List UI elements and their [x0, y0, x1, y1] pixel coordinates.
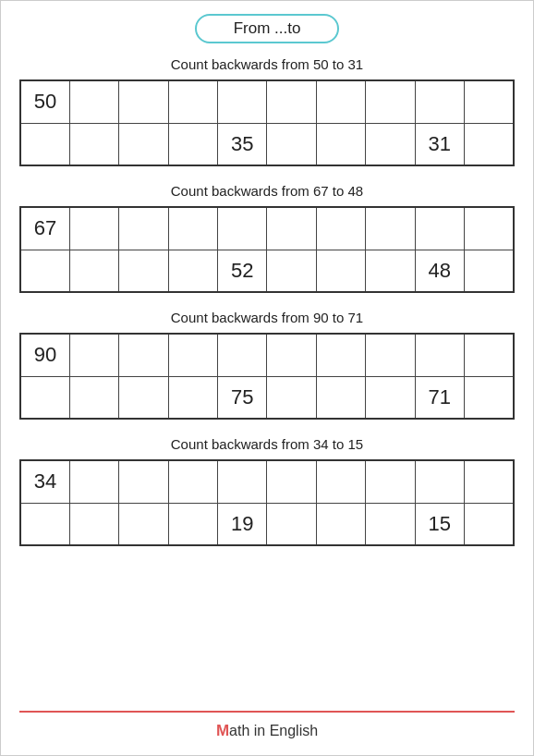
cell-3-1-7 [366, 376, 415, 419]
table-row: 50 [20, 80, 514, 123]
cell-3-1-6 [316, 376, 365, 419]
cell-4-1-6 [316, 503, 365, 545]
cell-2-0-2 [119, 207, 168, 250]
cell-1-0-3 [168, 80, 217, 123]
cell-3-1-3 [168, 376, 217, 419]
cell-4-0-7 [366, 460, 415, 503]
cell-1-0-5 [267, 80, 316, 123]
cell-1-0-1 [69, 80, 118, 123]
cell-2-0-6 [316, 207, 365, 250]
cell-1-1-1 [69, 123, 118, 165]
cell-4-1-1 [69, 503, 118, 545]
cell-1-0-0: 50 [20, 80, 69, 123]
cell-4-0-5 [267, 460, 316, 503]
cell-1-0-8 [415, 80, 464, 123]
cell-1-1-6 [316, 123, 365, 165]
cell-1-1-9 [465, 123, 514, 165]
cell-1-1-8: 31 [415, 123, 464, 165]
cell-1-1-2 [119, 123, 168, 165]
cell-2-0-7 [366, 207, 415, 250]
cell-1-1-7 [366, 123, 415, 165]
cell-2-1-8: 48 [415, 250, 464, 292]
cell-1-0-9 [465, 80, 514, 123]
cell-3-0-4 [218, 334, 267, 376]
cell-3-0-0: 90 [20, 334, 69, 376]
footer-brand-rest: ath in English [229, 723, 318, 739]
table-row: 90 [20, 334, 514, 376]
cell-2-0-3 [168, 207, 217, 250]
cell-3-0-9 [465, 334, 514, 376]
cell-2-0-4 [218, 207, 267, 250]
table-row: 67 [20, 207, 514, 250]
table-row: 1915 [20, 503, 514, 545]
cell-3-1-0 [20, 376, 69, 419]
cell-3-0-5 [267, 334, 316, 376]
cell-1-0-7 [366, 80, 415, 123]
cell-4-1-4: 19 [218, 503, 267, 545]
cell-1-1-5 [267, 123, 316, 165]
cell-4-1-7 [366, 503, 415, 545]
section-2: Count backwards from 67 to 48675248 [19, 183, 515, 293]
cell-2-0-1 [69, 207, 118, 250]
cell-1-1-3 [168, 123, 217, 165]
page-title: From ...to [195, 14, 340, 43]
cell-2-1-9 [465, 250, 514, 292]
section-label-3: Count backwards from 90 to 71 [19, 310, 515, 325]
cell-4-1-8: 15 [415, 503, 464, 545]
cell-3-1-1 [69, 376, 118, 419]
cell-4-0-1 [69, 460, 118, 503]
cell-2-1-0 [20, 250, 69, 292]
cell-1-1-0 [20, 123, 69, 165]
footer-brand-m: M [216, 722, 229, 740]
section-label-2: Count backwards from 67 to 48 [19, 183, 515, 199]
cell-2-1-1 [69, 250, 118, 292]
cell-4-0-6 [316, 460, 365, 503]
cell-2-1-4: 52 [218, 250, 267, 292]
cell-4-0-3 [168, 460, 217, 503]
cell-3-0-2 [119, 334, 168, 376]
cell-3-0-1 [69, 334, 118, 376]
cell-1-0-2 [119, 80, 168, 123]
cell-4-0-2 [119, 460, 168, 503]
cell-2-1-5 [267, 250, 316, 292]
cell-4-1-9 [465, 503, 514, 545]
cell-2-1-2 [119, 250, 168, 292]
grid-table-2: 675248 [19, 206, 515, 293]
cell-1-0-4 [218, 80, 267, 123]
cell-3-0-6 [316, 334, 365, 376]
cell-4-0-0: 34 [20, 460, 69, 503]
cell-3-1-9 [465, 376, 514, 419]
table-row: 3531 [20, 123, 514, 165]
cell-3-0-7 [366, 334, 415, 376]
cell-3-1-4: 75 [218, 376, 267, 419]
cell-2-0-8 [415, 207, 464, 250]
grid-table-1: 503531 [19, 79, 515, 166]
cell-4-1-5 [267, 503, 316, 545]
table-row: 34 [20, 460, 514, 503]
cell-2-0-0: 67 [20, 207, 69, 250]
cell-3-0-3 [168, 334, 217, 376]
cell-1-0-6 [316, 80, 365, 123]
table-row: 7571 [20, 376, 514, 419]
section-4: Count backwards from 34 to 15341915 [19, 436, 515, 546]
cell-4-0-9 [465, 460, 514, 503]
cell-2-1-6 [316, 250, 365, 292]
cell-2-0-5 [267, 207, 316, 250]
section-label-1: Count backwards from 50 to 31 [19, 56, 515, 72]
cell-4-0-4 [218, 460, 267, 503]
cell-4-1-0 [20, 503, 69, 545]
grid-table-4: 341915 [19, 459, 515, 546]
cell-3-1-2 [119, 376, 168, 419]
table-row: 5248 [20, 250, 514, 292]
section-3: Count backwards from 90 to 71907571 [19, 310, 515, 420]
cell-3-1-5 [267, 376, 316, 419]
section-1: Count backwards from 50 to 31503531 [19, 56, 515, 166]
grid-table-3: 907571 [19, 333, 515, 420]
cell-4-0-8 [415, 460, 464, 503]
cell-1-1-4: 35 [218, 123, 267, 165]
cell-3-1-8: 71 [415, 376, 464, 419]
cell-4-1-3 [168, 503, 217, 545]
cell-2-0-9 [465, 207, 514, 250]
cell-3-0-8 [415, 334, 464, 376]
cell-2-1-7 [366, 250, 415, 292]
